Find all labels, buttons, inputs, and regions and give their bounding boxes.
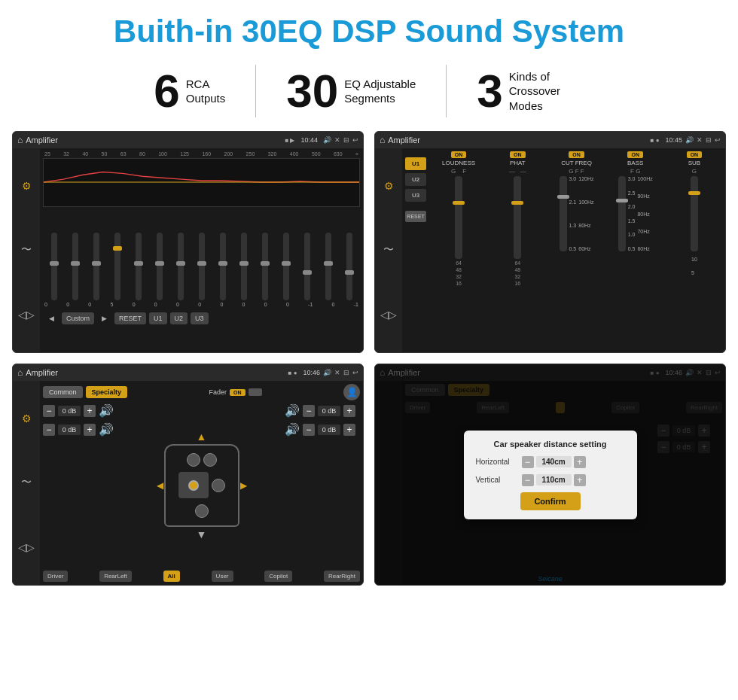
home-icon-3[interactable]: ⌂ [17, 367, 23, 378]
stat-crossover-number: 3 [477, 68, 502, 114]
eq-slider-track-14[interactable] [346, 233, 352, 300]
amp-preset-u1[interactable]: U1 [405, 157, 426, 170]
amp-bass-on[interactable]: ON [627, 151, 643, 158]
screen-dialog: ⌂ Amplifier ■ ● 10:46 🔊 ✕ ⊟ ↩ Common Spe… [374, 364, 726, 586]
eq-slider-track-1[interactable] [72, 233, 78, 300]
amp-phat-slider[interactable] [514, 176, 521, 259]
amp-phat-label: PHAT [510, 160, 526, 166]
eq-u3-btn[interactable]: U3 [191, 312, 209, 324]
amp-sidebar: ⚙ 〜 ◁▷ [375, 148, 402, 352]
amp-sidebar-icon-settings[interactable]: ⚙ [384, 180, 394, 192]
dialog-horizontal-minus[interactable]: − [522, 456, 534, 468]
amp-sub-slider[interactable] [691, 176, 698, 251]
amp-preset-u2[interactable]: U2 [405, 173, 426, 186]
eq-slider-track-0[interactable] [51, 233, 57, 300]
fader-sidebar-icon-wave[interactable]: 〜 [21, 476, 32, 489]
fader-db1-minus[interactable]: − [43, 405, 55, 417]
eq-slider-track-6[interactable] [178, 233, 184, 300]
freq-32: 32 [63, 151, 69, 157]
eq-slider-track-10[interactable] [262, 233, 268, 300]
eq-u2-btn[interactable]: U2 [170, 312, 188, 324]
eq-prev-btn[interactable]: ◀ [44, 312, 59, 324]
amp-bass-slider-1[interactable] [618, 176, 626, 251]
home-icon[interactable]: ⌂ [17, 135, 23, 145]
eq-u1-btn[interactable]: U1 [149, 312, 167, 324]
eq-sidebar-icon-speaker[interactable]: ◁▷ [18, 309, 35, 321]
eq-slider-track-9[interactable] [241, 233, 247, 300]
amp-cutfreq-on[interactable]: ON [569, 151, 584, 158]
eq-reset-btn[interactable]: RESET [114, 312, 146, 324]
amp-cutfreq-label: CUT FREQ [561, 160, 592, 166]
fader-left-arrow[interactable]: ◀ [157, 480, 163, 491]
back-icon-3[interactable]: ↩ [352, 369, 358, 376]
main-title: Buith-in 30EQ DSP Sound System [114, 0, 624, 57]
fader-btn-rearleft[interactable]: RearLeft [99, 571, 132, 582]
fader-db2-plus[interactable]: + [84, 424, 96, 436]
eq-sidebar-icon-wave[interactable]: 〜 [21, 243, 32, 257]
fader-tab-common[interactable]: Common [43, 386, 83, 398]
confirm-button[interactable]: Confirm [520, 492, 581, 510]
volume-icon[interactable]: 🔊 [323, 136, 331, 144]
home-icon-2[interactable]: ⌂ [380, 135, 385, 145]
eq-slider-track-12[interactable] [304, 233, 310, 300]
close-icon-3[interactable]: ✕ [334, 369, 340, 376]
eq-slider-track-13[interactable] [325, 233, 331, 300]
eq-slider-track-11[interactable] [283, 233, 289, 300]
fader-db4-minus[interactable]: − [303, 424, 315, 436]
eq-sidebar-icon-settings[interactable]: ⚙ [22, 180, 32, 192]
amp-phat-on[interactable]: ON [510, 151, 526, 158]
fader-db3-plus[interactable]: + [343, 405, 355, 417]
amp-cutfreq-slider-1[interactable] [560, 176, 567, 251]
fader-sidebar-icon-settings[interactable]: ⚙ [22, 412, 32, 425]
eq-slider-track-8[interactable] [220, 233, 226, 300]
fader-btn-all[interactable]: All [163, 571, 180, 582]
fader-user-icon[interactable]: 👤 [343, 384, 360, 400]
dialog-vertical-minus[interactable]: − [522, 474, 534, 486]
amp-loudness-on[interactable]: ON [451, 151, 467, 158]
fader-btn-user[interactable]: User [212, 571, 233, 582]
amp-reset-btn[interactable]: RESET [405, 211, 426, 222]
fader-down-arrow[interactable]: ▼ [197, 528, 207, 540]
fader-btn-rearright[interactable]: RearRight [324, 571, 360, 582]
amp-loudness-slider[interactable] [455, 176, 462, 259]
eq-custom-btn[interactable]: Custom [62, 312, 94, 324]
freq-expand[interactable]: » [355, 151, 358, 157]
eq-slider-track-3[interactable] [114, 233, 120, 300]
amp-sub-on[interactable]: ON [687, 151, 703, 158]
close-icon[interactable]: ✕ [334, 136, 340, 144]
volume-icon-2[interactable]: 🔊 [685, 136, 694, 144]
fader-db2-minus[interactable]: − [43, 424, 55, 436]
amp-preset-u3[interactable]: U3 [405, 189, 426, 202]
fader-btn-driver[interactable]: Driver [43, 571, 68, 582]
fader-up-arrow[interactable]: ▲ [197, 431, 207, 443]
fader-right-arrow[interactable]: ▶ [240, 480, 247, 491]
dialog-vertical-plus[interactable]: + [574, 474, 586, 486]
fader-db1-plus[interactable]: + [84, 405, 96, 417]
minimize-icon-2[interactable]: ⊟ [706, 136, 712, 144]
eq-slider-track-7[interactable] [199, 233, 205, 300]
close-icon-2[interactable]: ✕ [697, 136, 703, 144]
fader-tab-specialty[interactable]: Specialty [86, 386, 128, 398]
amp-sidebar-icon-wave[interactable]: 〜 [383, 243, 394, 257]
back-icon[interactable]: ↩ [352, 136, 358, 144]
stat-eq-label: EQ AdjustableSegments [344, 77, 416, 106]
fader-toggle[interactable] [249, 388, 262, 396]
dialog-horizontal-plus[interactable]: + [574, 456, 586, 468]
eq-play-btn[interactable]: ▶ [97, 312, 111, 324]
fader-btn-copilot[interactable]: Copilot [264, 571, 292, 582]
back-icon-2[interactable]: ↩ [715, 136, 721, 144]
fader-db4-plus[interactable]: + [343, 424, 355, 436]
minimize-icon-3[interactable]: ⊟ [343, 369, 349, 376]
amp-sidebar-icon-speaker[interactable]: ◁▷ [380, 309, 397, 321]
fader-on-badge[interactable]: ON [230, 389, 245, 396]
freq-25: 25 [44, 151, 50, 157]
fader-sidebar-icon-speaker[interactable]: ◁▷ [18, 541, 35, 553]
volume-icon-3[interactable]: 🔊 [323, 369, 331, 376]
fader-screen-content: ⚙ 〜 ◁▷ Common Specialty Fader ON [13, 381, 363, 585]
speaker-icon-4: 🔊 [285, 422, 300, 437]
eq-slider-track-4[interactable] [136, 233, 142, 300]
fader-db3-minus[interactable]: − [303, 405, 315, 417]
eq-slider-track-2[interactable] [93, 233, 99, 300]
eq-slider-track-5[interactable] [157, 233, 163, 300]
minimize-icon[interactable]: ⊟ [343, 136, 349, 144]
